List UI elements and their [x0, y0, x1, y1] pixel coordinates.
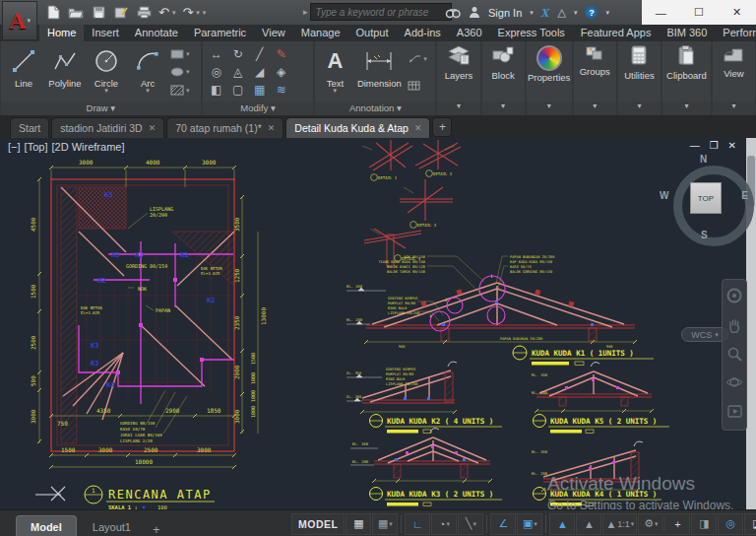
ribbon-tab-express-tools[interactable]: Express Tools: [490, 25, 573, 41]
ribbon-tab-featured-apps[interactable]: Featured Apps: [573, 25, 660, 41]
viewcube-west[interactable]: W: [660, 190, 668, 201]
polyline-button[interactable]: Polyline: [45, 43, 85, 101]
trim-icon[interactable]: ╱: [256, 48, 263, 60]
dimension-button[interactable]: Dimension: [353, 43, 405, 101]
view-panel[interactable]: View ▾: [713, 41, 755, 115]
quick-properties-toggle[interactable]: ◨: [691, 513, 717, 535]
orbit-icon[interactable]: [726, 375, 742, 393]
snap-mode-toggle[interactable]: ▦▾: [372, 513, 398, 535]
clipboard-panel-expand[interactable]: ▾: [662, 101, 711, 115]
viewport-restore-icon[interactable]: ❐: [710, 140, 719, 151]
ribbon-tab-bim360[interactable]: BIM 360: [659, 25, 715, 41]
chevron-down-icon[interactable]: ▾: [389, 520, 393, 528]
erase-icon[interactable]: ✎: [277, 48, 286, 60]
undo-dropdown-icon[interactable]: ▾: [172, 9, 176, 17]
fillet-icon[interactable]: ◢: [255, 66, 264, 78]
stretch-icon[interactable]: ◧: [211, 84, 221, 96]
sign-in-button[interactable]: Sign In: [488, 7, 522, 19]
open-file-icon[interactable]: [68, 5, 84, 21]
offset-icon[interactable]: ≋: [277, 84, 286, 96]
chevron-down-icon[interactable]: ▾: [446, 520, 450, 528]
close-icon[interactable]: ✕: [149, 123, 157, 133]
sign-in-dropdown-icon[interactable]: ▾: [530, 9, 534, 17]
a360-icon[interactable]: △: [557, 6, 565, 19]
navigation-wheel-icon[interactable]: [726, 288, 742, 307]
help-dropdown-icon[interactable]: ▾: [605, 9, 609, 17]
pan-icon[interactable]: [727, 318, 741, 337]
qat-customize-icon[interactable]: ▾: [203, 9, 207, 17]
ribbon-tab-manage[interactable]: Manage: [293, 25, 348, 41]
showmotion-icon[interactable]: [727, 404, 742, 422]
ribbon-tab-home[interactable]: Home: [39, 25, 84, 41]
object-snap-toggle[interactable]: ▣▾: [517, 513, 542, 535]
new-layout-button[interactable]: +: [147, 522, 166, 536]
redo-dropdown-icon[interactable]: ▾: [196, 9, 200, 17]
new-drawing-tab-button[interactable]: +: [432, 117, 452, 137]
view-panel-expand[interactable]: ▾: [713, 101, 755, 115]
close-icon[interactable]: ✕: [268, 123, 276, 133]
arc-button[interactable]: Arc▾: [128, 43, 167, 101]
search-collapse-icon[interactable]: ▸: [303, 7, 308, 17]
viewport-close-icon[interactable]: ✕: [728, 140, 736, 151]
move-icon[interactable]: ↔: [211, 48, 222, 60]
ribbon-tab-a360[interactable]: A360: [449, 25, 490, 41]
ribbon-tab-parametric[interactable]: Parametric: [186, 25, 254, 41]
a360-dropdown-icon[interactable]: ▾: [574, 9, 578, 17]
properties-panel[interactable]: Properties ▾: [527, 41, 572, 115]
modify-panel-label[interactable]: Modify ▾: [203, 101, 314, 115]
explode-icon[interactable]: ◈: [277, 66, 285, 78]
layers-panel[interactable]: Layers ▾: [437, 41, 479, 115]
viewcube-top-face[interactable]: TOP: [690, 182, 722, 214]
layers-panel-expand[interactable]: ▾: [437, 101, 479, 115]
file-tab-start[interactable]: Start: [10, 117, 49, 138]
search-icon[interactable]: [445, 7, 461, 19]
model-tab[interactable]: Model: [16, 515, 77, 536]
graphics-performance-button[interactable]: ◪: [744, 513, 756, 535]
table-icon[interactable]: [408, 81, 427, 91]
properties-panel-expand[interactable]: ▾: [527, 101, 572, 115]
annotation-visibility-toggle[interactable]: ▲: [549, 513, 575, 535]
viewport-menu-control[interactable]: [−]: [8, 141, 21, 153]
block-panel[interactable]: Block ▾: [482, 41, 525, 115]
scale-icon[interactable]: ▢: [232, 84, 243, 96]
circle-button[interactable]: Circle▾: [87, 43, 126, 101]
viewcube[interactable]: N E S W TOP: [667, 160, 742, 234]
redo-button[interactable]: ↷: [182, 6, 193, 19]
model-space-toggle[interactable]: MODEL: [291, 513, 345, 535]
ribbon-tab-annotate[interactable]: Annotate: [127, 25, 186, 41]
isolate-objects-button[interactable]: ◎: [718, 513, 743, 535]
chevron-down-icon[interactable]: ▾: [472, 520, 476, 528]
groups-panel-expand[interactable]: ▾: [574, 101, 616, 115]
chevron-down-icon[interactable]: ▾: [631, 520, 635, 528]
chevron-down-icon[interactable]: ▾: [655, 520, 659, 528]
ortho-mode-toggle[interactable]: ∟: [405, 513, 430, 535]
rotate-icon[interactable]: ↻: [233, 48, 243, 60]
file-tab-atap-rumah[interactable]: 70 atap rumah (1)*✕: [166, 117, 284, 138]
ellipse-icon[interactable]: ▾: [170, 67, 190, 77]
ribbon-tab-output[interactable]: Output: [348, 25, 397, 41]
visual-style-control[interactable]: [2D Wireframe]: [52, 141, 125, 153]
maximize-button[interactable]: ☐: [680, 0, 719, 25]
help-icon[interactable]: ?: [585, 6, 598, 19]
utilities-panel-expand[interactable]: ▾: [618, 101, 661, 115]
mirror-icon[interactable]: ◬: [233, 66, 242, 78]
zoom-icon[interactable]: [727, 347, 742, 366]
isometric-drafting-toggle[interactable]: ╲▾: [458, 513, 483, 535]
draw-panel-label[interactable]: Draw ▾: [1, 101, 201, 115]
workspace-switching-button[interactable]: ⚙▾: [638, 513, 663, 535]
ribbon-tab-addins[interactable]: Add-ins: [397, 25, 449, 41]
ribbon-tab-insert[interactable]: Insert: [84, 25, 127, 41]
annotation-panel-label[interactable]: Annotation ▾: [315, 101, 435, 115]
object-snap-tracking-toggle[interactable]: ∠: [490, 513, 516, 535]
leader-icon[interactable]: ▾: [408, 54, 427, 64]
polar-tracking-toggle[interactable]: ◔▾: [431, 513, 457, 535]
hatch-icon[interactable]: ▾: [170, 85, 190, 96]
plot-icon[interactable]: [136, 5, 152, 21]
application-menu-button[interactable]: A ▾: [2, 1, 37, 40]
copy-icon[interactable]: ◎: [211, 66, 220, 78]
line-button[interactable]: Line: [4, 43, 43, 101]
annotation-scale-button[interactable]: ▲1:1▾: [602, 513, 637, 535]
drawing-canvas[interactable]: [−] [Top] [2D Wireframe] — ❐ ✕: [0, 138, 756, 509]
block-panel-expand[interactable]: ▾: [482, 101, 525, 115]
new-file-icon[interactable]: [45, 5, 61, 21]
